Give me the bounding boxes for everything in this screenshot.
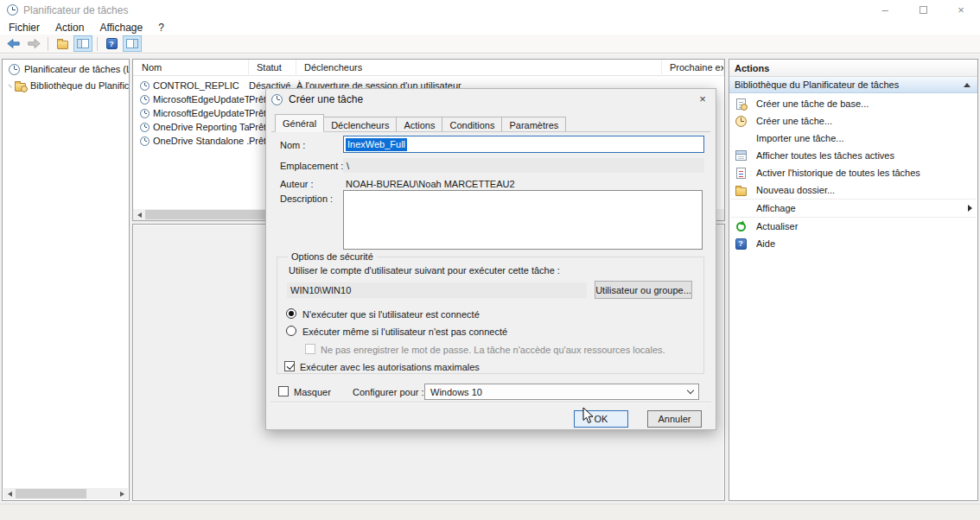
toolbar-separator (48, 37, 48, 51)
close-icon: × (699, 92, 706, 105)
new-folder-icon (735, 187, 747, 196)
description-label: Description : (280, 193, 333, 204)
menu-fichier[interactable]: Fichier (1, 20, 48, 35)
dialog-clock-icon (271, 94, 283, 105)
tree-item-label: Planificateur de tâches (Local (24, 64, 129, 74)
help-icon: ? (735, 238, 747, 250)
tab-actions[interactable]: Actions (396, 117, 442, 132)
back-button[interactable] (3, 35, 22, 52)
hidden-label[interactable]: Masquer (294, 387, 331, 397)
ok-label: OK (595, 414, 608, 424)
location-field: \ (343, 158, 704, 173)
task-name: OneDrive Standalone ... (153, 136, 249, 146)
column-header-prochaine-execution[interactable]: Prochaine exé (662, 60, 724, 76)
tree-item-label: Bibliothèque du Planificat (30, 80, 129, 91)
help-button[interactable]: ? (102, 35, 121, 52)
actions-group-header[interactable]: Bibliothèque du Planificateur de tâches (729, 77, 977, 93)
tab-declencheurs[interactable]: Déclencheurs (323, 117, 397, 132)
radio-run-when-logged-on[interactable] (286, 308, 296, 319)
checkbox-label[interactable]: Exécuter avec les autorisations maximale… (300, 362, 480, 372)
column-header-statut[interactable]: Statut (249, 60, 296, 76)
configure-for-value: Windows 10 (430, 387, 482, 397)
task-name-input[interactable]: InexWeb_Full (343, 136, 704, 153)
show-action-pane-toggle[interactable] (123, 35, 142, 52)
cancel-label: Annuler (659, 414, 691, 424)
tab-strip-line (271, 131, 710, 132)
action-item-label: Afficher toutes les tâches actives (756, 150, 972, 161)
column-header-nom[interactable]: Nom (133, 60, 249, 76)
actions-pane-title: Actions (729, 60, 977, 77)
maximize-button[interactable] (904, 0, 942, 20)
scroll-left-button[interactable] (133, 209, 145, 220)
radio-run-whether-logged-on[interactable] (286, 326, 296, 336)
user-or-group-label: Utilisateur ou groupe... (595, 285, 691, 295)
minimize-icon: – (881, 3, 888, 16)
menu-action[interactable]: Action (48, 20, 92, 35)
cancel-button[interactable]: Annuler (647, 410, 702, 428)
scroll-left-button[interactable] (3, 488, 16, 499)
forward-button[interactable] (24, 35, 43, 52)
tab-conditions[interactable]: Conditions (442, 117, 502, 132)
action-show-running-tasks[interactable]: Afficher toutes les tâches actives (729, 147, 977, 164)
action-enable-history[interactable]: Activer l'historique de toutes les tâche… (729, 164, 977, 181)
screen: { "window": { "title": "Planificateur de… (0, 0, 980, 520)
toolbar: ? (0, 35, 980, 54)
action-pane-icon (126, 39, 138, 48)
task-list-header: Nom Statut Déclencheurs Prochaine exé (133, 60, 724, 76)
window-titlebar: Planificateur de tâches – × (0, 0, 980, 20)
tree-item-library[interactable]: Bibliothèque du Planificat (3, 79, 129, 92)
action-item-label: Créer une tâche... (756, 116, 972, 126)
app-clock-icon (7, 4, 18, 16)
chevron-right-icon[interactable] (8, 84, 11, 87)
radio-label[interactable]: Exécuter même si l'utilisateur n'est pas… (302, 327, 507, 337)
action-affichage[interactable]: Affichage (729, 200, 977, 217)
action-refresh[interactable]: Actualiser (729, 218, 977, 235)
checkbox-no-password[interactable] (305, 344, 315, 354)
tab-parametres[interactable]: Paramètres (501, 117, 566, 132)
scroll-right-button[interactable] (116, 488, 128, 499)
action-import-task[interactable]: Importer une tâche... (729, 130, 977, 147)
menu-help[interactable]: ? (150, 20, 172, 35)
task-clock-icon (140, 95, 150, 105)
basic-task-icon (736, 98, 746, 110)
user-or-group-button[interactable]: Utilisateur ou groupe... (595, 281, 692, 299)
security-group-title: Options de sécurité (288, 251, 377, 262)
scrollbar-thumb[interactable] (16, 489, 86, 498)
action-create-task[interactable]: Créer une tâche... (729, 112, 977, 130)
dialog-close-button[interactable]: × (695, 91, 710, 106)
scheduler-clock-icon (9, 64, 20, 75)
radio-label[interactable]: N'exécuter que si l'utilisateur est conn… (302, 309, 480, 320)
menu-affichage[interactable]: Affichage (92, 20, 150, 35)
location-value: \ (347, 161, 349, 171)
folder-up-icon (57, 41, 68, 49)
library-folder-icon (15, 83, 26, 92)
export-list-button[interactable] (53, 35, 72, 52)
account-value: WIN10\WIN10 (290, 285, 351, 295)
tree-item-root[interactable]: Planificateur de tâches (Local (3, 62, 129, 76)
action-item-label: Importer une tâche... (756, 133, 972, 143)
tab-general[interactable]: Général (275, 114, 324, 132)
checkbox-highest-privileges[interactable] (284, 361, 295, 371)
checkbox-hidden[interactable] (278, 386, 289, 396)
action-item-label: Créer une tâche de base... (756, 98, 972, 109)
action-help[interactable]: ? Aide (729, 235, 977, 252)
action-new-folder[interactable]: Nouveau dossier... (729, 181, 977, 199)
action-item-label: Aide (756, 238, 972, 249)
configure-for-select[interactable]: Windows 10 (424, 384, 699, 400)
action-create-basic-task[interactable]: Créer une tâche de base... (729, 95, 977, 112)
minimize-button[interactable]: – (866, 0, 904, 20)
refresh-icon (736, 222, 746, 231)
show-console-tree-toggle[interactable] (73, 35, 92, 52)
author-value: NOAH-BUREAU\Noah MARCETTEAU2 (346, 179, 515, 189)
tree-horizontal-scrollbar[interactable] (3, 488, 128, 499)
author-label: Auteur : (280, 179, 314, 189)
account-field: WIN10\WIN10 (287, 282, 587, 298)
chevron-down-icon (687, 387, 694, 394)
column-header-declencheurs[interactable]: Déclencheurs (296, 60, 662, 76)
console-tree: Planificateur de tâches (Local Bibliothè… (2, 59, 130, 501)
security-options-group: Options de sécurité Utiliser le compte d… (277, 257, 704, 374)
task-name: MicrosoftEdgeUpdateT... (153, 94, 249, 105)
close-button[interactable]: × (942, 0, 980, 20)
collapse-icon[interactable] (964, 83, 970, 87)
description-textarea[interactable] (343, 190, 703, 250)
